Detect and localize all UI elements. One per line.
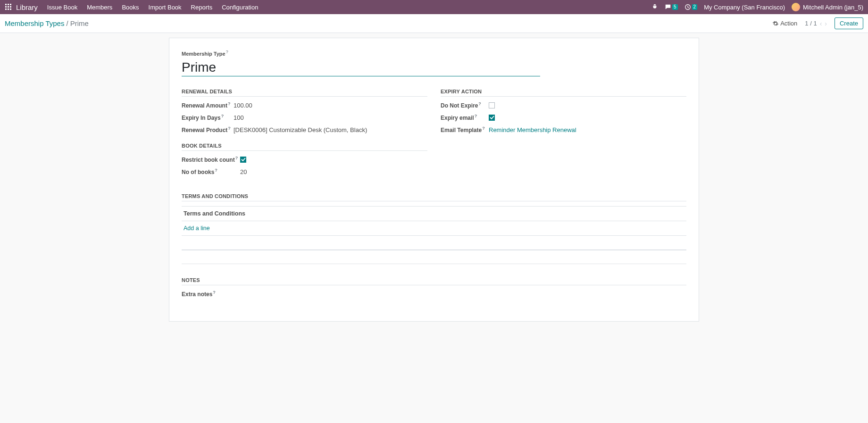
- action-dropdown[interactable]: Action: [773, 20, 797, 27]
- expiry-days-label: Expiry In Days: [182, 115, 221, 121]
- messages-badge: 5: [672, 4, 678, 10]
- terms-col-header: Terms and Conditions: [182, 206, 686, 221]
- svg-rect-3: [5, 6, 7, 8]
- user-name: Mitchell Admin (jan_5): [803, 4, 863, 11]
- add-line-link[interactable]: Add a line: [184, 225, 210, 232]
- restrict-book-label: Restrict book count: [182, 157, 235, 163]
- breadcrumb-root[interactable]: Membership Types: [5, 19, 64, 27]
- avatar: [792, 3, 800, 11]
- terms-empty-row: [182, 236, 686, 250]
- section-terms: TERMS AND CONDITIONS: [182, 193, 686, 201]
- left-column: RENEWAL DETAILS Renewal Amount? 100.00 E…: [182, 89, 427, 180]
- menu-configuration[interactable]: Configuration: [222, 4, 258, 11]
- help-icon[interactable]: ?: [228, 126, 231, 131]
- pager: 1 / 1 ‹ ›: [805, 20, 827, 27]
- help-icon[interactable]: ?: [228, 101, 231, 106]
- svg-rect-5: [10, 6, 11, 8]
- no-books-label: No of books: [182, 169, 214, 175]
- menu-issue-book[interactable]: Issue Book: [47, 4, 77, 11]
- section-renewal: RENEWAL DETAILS: [182, 89, 427, 97]
- email-template-label: Email Template: [441, 127, 482, 133]
- section-expiry: EXPIRY ACTION: [441, 89, 686, 97]
- section-notes: NOTES: [182, 277, 686, 285]
- help-icon[interactable]: ?: [235, 156, 238, 160]
- gear-icon: [773, 21, 778, 26]
- restrict-book-checkbox[interactable]: [240, 157, 246, 163]
- email-template-value[interactable]: Reminder Membership Renewal: [489, 126, 576, 133]
- menu-reports[interactable]: Reports: [191, 4, 213, 11]
- bug-icon[interactable]: [651, 4, 658, 10]
- app-brand[interactable]: Library: [16, 3, 38, 11]
- svg-rect-2: [10, 4, 11, 5]
- renewal-amount-value[interactable]: 100.00: [234, 102, 252, 109]
- control-panel: Membership Types / Prime Action 1 / 1 ‹ …: [0, 14, 868, 33]
- menu-books[interactable]: Books: [122, 4, 139, 11]
- renewal-amount-label: Renewal Amount: [182, 102, 227, 109]
- company-switcher[interactable]: My Company (San Francisco): [704, 4, 785, 11]
- terms-add-line-row: Add a line: [182, 221, 686, 236]
- expiry-days-value[interactable]: 100: [234, 114, 244, 121]
- renewal-product-value[interactable]: [DESK0006] Customizable Desk (Custom, Bl…: [234, 126, 367, 133]
- svg-rect-0: [5, 4, 7, 5]
- menu-import-book[interactable]: Import Book: [149, 4, 182, 11]
- user-menu[interactable]: Mitchell Admin (jan_5): [792, 3, 863, 11]
- activity-icon[interactable]: 2: [684, 4, 698, 10]
- help-icon[interactable]: ?: [221, 114, 224, 118]
- menu-members[interactable]: Members: [87, 4, 112, 11]
- pager-prev[interactable]: ‹: [820, 20, 822, 27]
- svg-rect-6: [5, 8, 7, 10]
- title-label: Membership Type: [182, 51, 225, 57]
- main-menu: Issue Book Members Books Import Book Rep…: [47, 4, 259, 11]
- activity-badge: 2: [692, 4, 698, 10]
- extra-notes-label: Extra notes: [182, 291, 212, 298]
- create-button[interactable]: Create: [835, 17, 863, 29]
- breadcrumb: Membership Types / Prime: [5, 19, 89, 27]
- help-icon[interactable]: ?: [226, 50, 228, 54]
- messages-icon[interactable]: 5: [665, 4, 678, 10]
- nav-right: 5 2 My Company (San Francisco) Mitchell …: [651, 3, 863, 11]
- help-icon[interactable]: ?: [475, 114, 477, 118]
- svg-rect-7: [8, 8, 9, 10]
- help-icon[interactable]: ?: [215, 168, 217, 173]
- top-nav: Library Issue Book Members Books Import …: [0, 0, 868, 14]
- breadcrumb-current: Prime: [70, 19, 89, 27]
- section-book: BOOK DETAILS: [182, 143, 427, 151]
- pager-next[interactable]: ›: [825, 20, 827, 27]
- help-icon[interactable]: ?: [213, 290, 216, 295]
- action-label: Action: [780, 20, 797, 27]
- no-books-value[interactable]: 20: [240, 168, 247, 175]
- pager-text[interactable]: 1 / 1: [805, 20, 817, 27]
- expiry-email-checkbox[interactable]: [489, 115, 495, 121]
- svg-rect-8: [10, 8, 11, 10]
- membership-type-input[interactable]: [182, 58, 540, 76]
- do-not-expire-checkbox[interactable]: [489, 102, 495, 108]
- help-icon[interactable]: ?: [482, 126, 485, 131]
- terms-empty-row: [182, 250, 686, 264]
- svg-rect-4: [8, 6, 9, 8]
- do-not-expire-label: Do Not Expire: [441, 102, 478, 109]
- renewal-product-label: Renewal Product: [182, 127, 227, 133]
- form-sheet: Membership Type? RENEWAL DETAILS Renewal…: [169, 38, 699, 322]
- help-icon[interactable]: ?: [478, 101, 481, 106]
- svg-rect-1: [8, 4, 9, 5]
- right-column: EXPIRY ACTION Do Not Expire? Expiry emai…: [441, 89, 686, 180]
- breadcrumb-sep: /: [66, 19, 68, 27]
- apps-icon[interactable]: [5, 3, 12, 11]
- expiry-email-label: Expiry email: [441, 115, 474, 121]
